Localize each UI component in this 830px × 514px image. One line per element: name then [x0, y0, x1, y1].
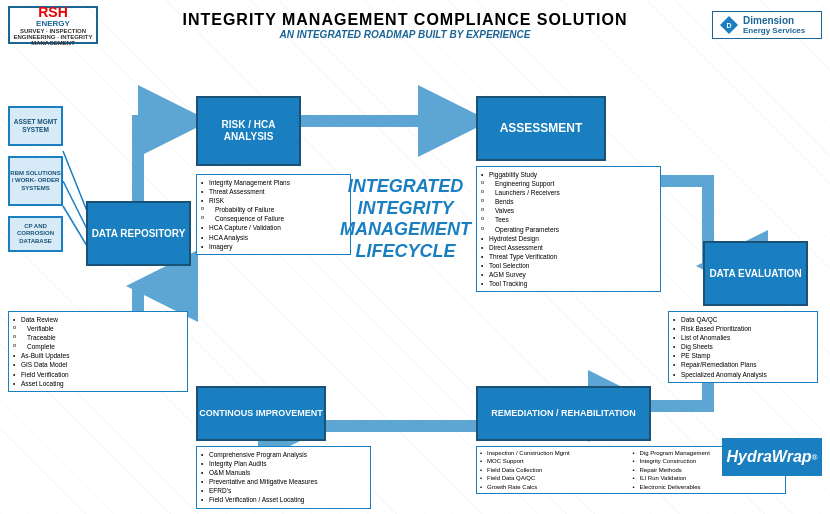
data-repo-info: Data Review Verifiable Traceable Complet…	[8, 311, 188, 392]
improvement-info: Comprehensive Program Analysis Integrity…	[196, 446, 371, 509]
header-title-block: INTEGRITY MANAGEMENT COMPLIANCE SOLUTION…	[98, 11, 712, 40]
hydrawrap-label: HydraWrap	[727, 448, 812, 466]
data-evaluation-box: DATA EVALUATION	[703, 241, 808, 306]
assessment-info: Piggability Study Engineering Support La…	[476, 166, 661, 292]
svg-text:D: D	[726, 22, 731, 29]
dimension-text: Dimension Energy Services	[743, 15, 805, 35]
rsh-energy-label: ENERGY	[36, 19, 70, 28]
continous-improvement-box: CONTINOUS IMPROVEMENT	[196, 386, 326, 441]
asset-mgmt-box: Asset Mgmt System	[8, 106, 63, 146]
remediation-box: REMEDIATION / REHABILITATION	[476, 386, 651, 441]
data-repository-box: DATA REPOSITORY	[86, 201, 191, 266]
rbm-box: RBM Solutions / Work- Order Systems	[8, 156, 63, 206]
dimension-icon: D	[719, 15, 739, 35]
risk-hca-box: RISK / HCA ANALYSIS	[196, 96, 301, 166]
page-wrapper: RSH ENERGY SURVEY · INSPECTIONENGINEERIN…	[0, 0, 830, 514]
main-title: INTEGRITY MANAGEMENT COMPLIANCE SOLUTION	[98, 11, 712, 29]
rsh-logo-name: RSH	[38, 5, 68, 19]
center-lifecycle-text: INTEGRATED INTEGRITY MANAGEMENT LIFECYCL…	[318, 176, 493, 262]
assessment-box: ASSESSMENT	[476, 96, 606, 161]
sub-title: AN INTEGRATED ROADMAP BUILT BY EXPERIENC…	[98, 29, 712, 40]
hydrawrap-logo: HydraWrap ®	[722, 438, 822, 476]
header: RSH ENERGY SURVEY · INSPECTIONENGINEERIN…	[8, 6, 822, 44]
diagram: Asset Mgmt System RBM Solutions / Work- …	[8, 46, 822, 476]
rsh-logo: RSH ENERGY SURVEY · INSPECTIONENGINEERIN…	[8, 6, 98, 44]
dimension-logo: D Dimension Energy Services	[712, 11, 822, 39]
remediation-col1: Inspection / Construction Mgmt MOC Suppo…	[480, 449, 630, 491]
rsh-sub-label: SURVEY · INSPECTIONENGINEERING · INTEGRI…	[12, 28, 94, 46]
data-eval-info: Data QA/QC Risk Based Prioritization Lis…	[668, 311, 818, 383]
cp-corrosion-box: CP and Corrosion Database	[8, 216, 63, 252]
